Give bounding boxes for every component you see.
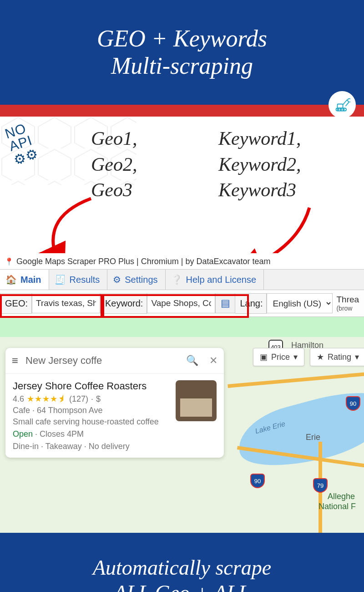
route-shield-90b: 90 xyxy=(250,474,265,488)
excavator-icon xyxy=(334,97,350,113)
hero-title: GEO + Keywords Multi-scraping xyxy=(97,25,267,80)
camera-icon: ▣ xyxy=(260,352,268,362)
hero-title-line1: GEO + Keywords xyxy=(97,25,267,52)
spreadsheet-icon: 🧾 xyxy=(55,274,66,285)
geo-label: GEO: xyxy=(0,293,32,314)
result-title: Jersey Shore Coffee Roasters xyxy=(13,380,170,392)
svg-point-3 xyxy=(343,109,344,110)
geo-example-1: Geo1, xyxy=(91,126,137,152)
keyword-example-3: Keyword3 xyxy=(218,177,301,203)
route-shield-90a: 90 xyxy=(346,396,360,411)
tab-main-label: Main xyxy=(20,275,41,285)
threads-subtext: (brow xyxy=(336,305,359,312)
hamburger-icon[interactable]: ≡ xyxy=(8,352,22,369)
rating-chip-label: Rating xyxy=(328,352,351,362)
map-label-allegheny-1: Alleghe xyxy=(328,492,355,501)
tab-settings[interactable]: ⚙ Settings xyxy=(107,270,165,290)
bottom-banner-text: Automatically scrape ALL Geo + ALL Keywo… xyxy=(81,555,283,592)
keyword-example-2: Keyword2, xyxy=(218,152,301,178)
result-category: Cafe xyxy=(13,406,30,415)
gmaps-search-input[interactable] xyxy=(25,355,179,367)
keyword-input[interactable] xyxy=(147,293,215,313)
app-title: Google Maps Scraper PRO Plus | Chromium … xyxy=(16,257,271,266)
open-status: Open xyxy=(13,429,33,439)
svg-point-1 xyxy=(338,109,339,110)
result-thumbnail xyxy=(176,380,217,421)
result-hours-row: Open · Closes 4PM xyxy=(13,429,217,439)
app-titlebar: 📍 Google Maps Scraper PRO Plus | Chromiu… xyxy=(0,253,364,269)
gear-icon: ⚙ xyxy=(113,274,121,285)
tab-main[interactable]: 🏠 Main xyxy=(0,270,49,290)
route-shield-79: 79 xyxy=(313,478,328,493)
book-button[interactable]: ▤ xyxy=(215,293,235,313)
keyword-example-list: Keyword1, Keyword2, Keyword3 xyxy=(218,126,301,203)
svg-point-2 xyxy=(340,109,342,110)
search-icon[interactable]: 🔍 xyxy=(182,353,202,368)
hero-banner-top: GEO + Keywords Multi-scraping xyxy=(0,0,364,105)
red-divider xyxy=(0,105,364,117)
price-chip-label: Price xyxy=(271,352,290,362)
tab-settings-label: Settings xyxy=(125,275,157,285)
help-icon: ❔ xyxy=(171,274,182,285)
gmaps-search-bar: ≡ 🔍 ✕ xyxy=(5,348,224,374)
green-status-band xyxy=(0,317,364,337)
search-toolbar: GEO: Keyword: ▤ Lang: English (US) Threa… xyxy=(0,290,364,317)
arrow-keyword xyxy=(218,203,337,253)
geo-example-3: Geo3 xyxy=(91,177,137,203)
home-icon: 🏠 xyxy=(5,274,17,285)
gmaps-result-card[interactable]: Jersey Shore Coffee Roasters 4.6 ★★★★⯨ (… xyxy=(5,374,224,458)
lang-select[interactable]: English (US) xyxy=(267,293,333,313)
excavator-logo xyxy=(329,91,356,118)
map-label-erie: Erie xyxy=(306,433,320,442)
tab-results[interactable]: 🧾 Results xyxy=(49,270,108,290)
geo-example-list: Geo1, Geo2, Geo3 xyxy=(91,126,137,203)
road-1 xyxy=(228,372,364,388)
keyword-label: Keyword: xyxy=(100,293,147,314)
promo-section: NO API ⚙⚙ Geo1, Geo2, Geo3 Keyword1, Key… xyxy=(0,117,364,253)
close-icon[interactable]: ✕ xyxy=(206,353,221,368)
map-label-allegheny-2: National F xyxy=(318,502,356,511)
hero-title-line2: Multi-scraping xyxy=(97,52,267,80)
chevron-down-icon: ▾ xyxy=(355,352,359,362)
price-level: $ xyxy=(96,394,101,404)
gmaps-results-panel: ≡ 🔍 ✕ Jersey Shore Coffee Roasters 4.6 ★… xyxy=(5,348,224,458)
rating-stars: ★★★★⯨ xyxy=(27,394,66,404)
geo-example-2: Geo2, xyxy=(91,152,137,178)
result-rating-row: 4.6 ★★★★⯨ (127) · $ xyxy=(13,394,170,404)
geo-input[interactable] xyxy=(32,293,100,313)
service-options: Dine-in · Takeaway · No delivery xyxy=(13,442,217,451)
price-filter-chip[interactable]: ▣Price▾ xyxy=(253,348,304,366)
svg-rect-4 xyxy=(338,104,343,108)
bottom-line2: ALL Geo + ALL xyxy=(81,580,283,592)
app-tabs: 🏠 Main 🧾 Results ⚙ Settings ❔ Help and L… xyxy=(0,269,364,290)
result-description: Small cafe serving house-roasted coffee xyxy=(13,417,170,427)
keyword-example-1: Keyword1, xyxy=(218,126,301,152)
bottom-line1: Automatically scrape xyxy=(81,555,283,580)
google-maps-embed: Hamilton Erie Lake Erie Alleghe National… xyxy=(0,337,364,533)
threads-text: Threa xyxy=(336,295,359,304)
rating-filter-chip[interactable]: ★Rating▾ xyxy=(310,348,364,366)
hero-banner-bottom: Automatically scrape ALL Geo + ALL Keywo… xyxy=(0,533,364,592)
rating-value: 4.6 xyxy=(13,394,24,404)
result-address: 64 Thompson Ave xyxy=(37,406,102,415)
lang-label: Lang: xyxy=(235,293,267,314)
review-count: (127) xyxy=(69,394,88,404)
scraper-app-window: 📍 Google Maps Scraper PRO Plus | Chromiu… xyxy=(0,253,364,317)
separator-dot: · xyxy=(91,394,93,404)
closing-time: Closes 4PM xyxy=(40,429,84,439)
map-filter-chips: ▣Price▾ ★Rating▾ xyxy=(253,348,364,366)
tab-results-label: Results xyxy=(70,275,100,285)
threads-label: Threa (brow xyxy=(333,293,363,314)
star-icon: ★ xyxy=(317,352,324,362)
result-meta-row: Cafe · 64 Thompson Ave xyxy=(13,406,170,415)
book-icon: ▤ xyxy=(221,297,230,309)
map-pin-icon: 📍 xyxy=(5,257,14,266)
tab-help-label: Help and License xyxy=(186,275,257,285)
chevron-down-icon: ▾ xyxy=(293,352,298,362)
tab-help[interactable]: ❔ Help and License xyxy=(166,270,264,290)
